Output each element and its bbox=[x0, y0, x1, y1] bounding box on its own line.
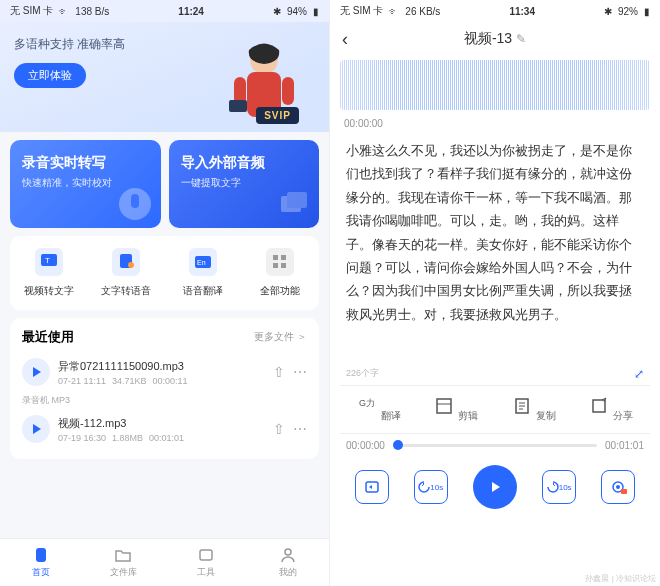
loop-button[interactable] bbox=[355, 470, 389, 504]
gear-icon bbox=[609, 478, 627, 496]
action-bar: G力 翻译 剪辑 复制 分享 bbox=[340, 385, 650, 434]
person-icon bbox=[279, 546, 297, 564]
svg-text:T: T bbox=[45, 256, 50, 265]
time-marker: 00:00:00 bbox=[330, 114, 660, 133]
svg-rect-4 bbox=[229, 100, 247, 112]
tab-me[interactable]: 我的 bbox=[247, 539, 329, 586]
detail-header: ‹ 视频-13 ✎ bbox=[330, 22, 660, 56]
translate-icon: G力 bbox=[357, 396, 377, 416]
share-icon[interactable]: ⇧ bbox=[273, 421, 285, 437]
svg-rect-23 bbox=[437, 399, 451, 413]
feature-grid: T 视频转文字 文字转语音 En 语音翻译 全部功能 bbox=[10, 236, 319, 310]
recent-title: 最近使用 bbox=[22, 328, 74, 346]
expand-icon[interactable]: ⤢ bbox=[634, 367, 644, 381]
play-button[interactable] bbox=[473, 465, 517, 509]
folder-icon bbox=[114, 546, 132, 564]
play-icon bbox=[486, 478, 504, 496]
feature-all[interactable]: 全部功能 bbox=[242, 248, 319, 298]
files-icon bbox=[273, 184, 313, 224]
progress-bar[interactable]: 00:00:00 00:01:01 bbox=[330, 434, 660, 457]
player-controls: 10s 10s bbox=[330, 457, 660, 517]
svg-rect-16 bbox=[281, 255, 286, 260]
svg-rect-8 bbox=[287, 192, 307, 208]
mic-icon bbox=[115, 184, 155, 224]
try-now-button[interactable]: 立即体验 bbox=[14, 63, 86, 88]
settings-button[interactable] bbox=[601, 470, 635, 504]
recent-files: 最近使用 更多文件 ＞ 异常0721111150090.mp3 07-21 11… bbox=[10, 318, 319, 459]
share-icon bbox=[589, 396, 609, 416]
feature-voice-translate[interactable]: En 语音翻译 bbox=[165, 248, 242, 298]
waveform[interactable] bbox=[340, 60, 650, 110]
home-icon bbox=[32, 546, 50, 564]
svg-text:G力: G力 bbox=[359, 398, 375, 408]
svg-point-12 bbox=[128, 262, 134, 268]
promo-banner: 多语种支持 准确率高 立即体验 SVIP bbox=[0, 22, 329, 132]
svg-rect-19 bbox=[36, 548, 46, 562]
transcript-text[interactable]: 小雅这么久不见，我还以为你被拐走了，是不是你们也找到我了？看样子我们挺有缘分的，… bbox=[330, 133, 660, 363]
svg-rect-17 bbox=[273, 263, 278, 268]
more-icon[interactable]: ⋯ bbox=[293, 421, 307, 437]
action-clip[interactable]: 剪辑 bbox=[418, 396, 496, 423]
svg-point-28 bbox=[616, 485, 620, 489]
svg-rect-6 bbox=[131, 194, 139, 208]
more-files-link[interactable]: 更多文件 ＞ bbox=[254, 330, 307, 344]
svg-rect-15 bbox=[273, 255, 278, 260]
feature-video-to-text[interactable]: T 视频转文字 bbox=[10, 248, 87, 298]
svg-rect-3 bbox=[282, 77, 294, 105]
tab-bar: 首页 文件库 工具 我的 bbox=[0, 538, 329, 586]
svg-rect-25 bbox=[593, 400, 605, 412]
svip-badge: SVIP bbox=[256, 107, 299, 124]
svg-rect-18 bbox=[281, 263, 286, 268]
translate-icon: En bbox=[195, 254, 211, 270]
svg-point-21 bbox=[285, 549, 291, 555]
tab-tools[interactable]: 工具 bbox=[165, 539, 247, 586]
video-text-icon: T bbox=[41, 254, 57, 270]
tools-icon bbox=[197, 546, 215, 564]
svg-rect-29 bbox=[621, 489, 627, 494]
clip-icon bbox=[434, 396, 454, 416]
file-row[interactable]: 视频-112.mp3 07-19 16:301.88MB00:01:01 ⇧ ⋯ bbox=[22, 409, 307, 449]
recorder-label: 录音机 MP3 bbox=[22, 392, 307, 409]
play-button[interactable] bbox=[22, 415, 50, 443]
forward-10s-button[interactable]: 10s bbox=[542, 470, 576, 504]
watermark: 孙鑫晨 | 冷知识论坛 bbox=[585, 573, 656, 584]
play-button[interactable] bbox=[22, 358, 50, 386]
file-row[interactable]: 异常0721111150090.mp3 07-21 11:1134.71KB00… bbox=[22, 352, 307, 392]
copy-icon bbox=[512, 396, 532, 416]
action-copy[interactable]: 复制 bbox=[495, 396, 573, 423]
back-button[interactable]: ‹ bbox=[342, 29, 348, 50]
share-icon[interactable]: ⇧ bbox=[273, 364, 285, 380]
card-realtime-transcribe[interactable]: 录音实时转写 快速精准，实时校对 bbox=[10, 140, 161, 228]
status-bar: 无 SIM 卡ᯤ26 KB/s 11:34 ✱92%▮ bbox=[330, 0, 660, 22]
loop-icon bbox=[363, 478, 381, 496]
rewind-icon bbox=[418, 481, 430, 493]
tab-library[interactable]: 文件库 bbox=[82, 539, 164, 586]
edit-icon[interactable]: ✎ bbox=[516, 32, 526, 46]
svg-rect-20 bbox=[200, 550, 212, 560]
card-import-audio[interactable]: 导入外部音频 一键提取文字 bbox=[169, 140, 320, 228]
char-count: 226个字 bbox=[346, 367, 379, 381]
action-translate[interactable]: G力 翻译 bbox=[340, 396, 418, 423]
action-share[interactable]: 分享 bbox=[573, 396, 651, 423]
rewind-10s-button[interactable]: 10s bbox=[414, 470, 448, 504]
forward-icon bbox=[547, 481, 559, 493]
status-bar: 无 SIM 卡ᯤ138 B/s 11:24 ✱94%▮ bbox=[0, 0, 329, 22]
grid-icon bbox=[272, 254, 288, 270]
file-title: 视频-13 bbox=[464, 30, 512, 48]
svg-text:En: En bbox=[197, 259, 206, 266]
more-icon[interactable]: ⋯ bbox=[293, 364, 307, 380]
tab-home[interactable]: 首页 bbox=[0, 539, 82, 586]
feature-text-to-speech[interactable]: 文字转语音 bbox=[87, 248, 164, 298]
tts-icon bbox=[118, 254, 134, 270]
